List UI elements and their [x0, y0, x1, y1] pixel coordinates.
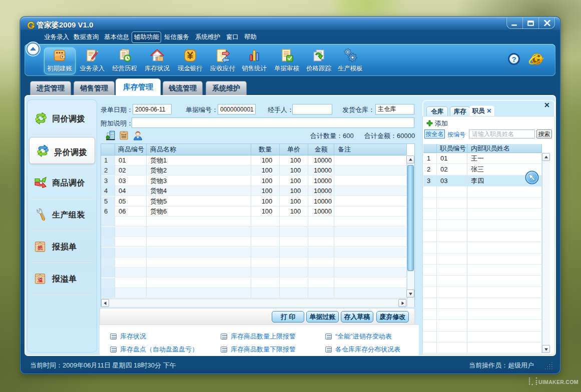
svg-text:溢: 溢: [38, 276, 43, 282]
svg-text:损: 损: [37, 244, 43, 250]
